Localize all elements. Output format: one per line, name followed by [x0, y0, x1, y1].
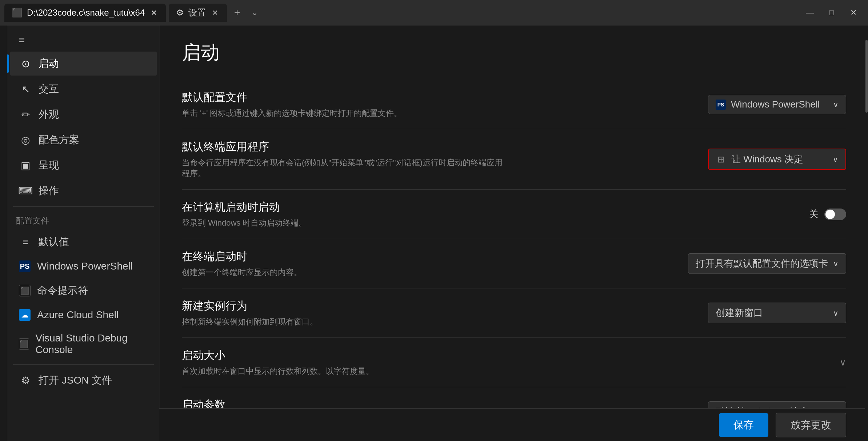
setting-default-terminal-right: ⊞ 让 Windows 决定 ∨	[708, 149, 846, 170]
setting-default-profile-title: 默认配置文件	[182, 90, 693, 105]
left-panel	[0, 25, 7, 441]
tab-file-label: D:\2023code.c\snake_tutu\x64	[27, 8, 145, 18]
setting-new-instance: 新建实例行为 控制新终端实例如何附加到现有窗口。 创建新窗口 ∨	[182, 288, 846, 338]
setting-on-startup: 在终端启动时 创建第一个终端时应显示的内容。 打开具有默认配置文件的选项卡 ∨	[182, 239, 846, 288]
minimize-button[interactable]: —	[800, 4, 820, 21]
sidebar: ≡ ⊙ 启动 ↖ 交互 ✏ 外观 ◎ 配色方案 ▣ 呈现 ⌨ 操作 配置文件	[7, 25, 160, 441]
setting-startup-size-right: ∨	[840, 357, 846, 368]
settings-content: 启动 默认配置文件 单击 '+' 图标或通过键入新的选项卡键绑定时打开的配置文件…	[160, 25, 868, 441]
startup-icon: ⊙	[19, 57, 32, 70]
discard-button[interactable]: 放弃更改	[776, 413, 846, 437]
sidebar-item-powershell-label: Windows PowerShell	[37, 260, 133, 272]
profiles-section-label: 配置文件	[7, 210, 160, 229]
setting-default-terminal-left: 默认终端应用程序 当命令行应用程序在没有现有会话(例如从"开始菜单"或"运行"对…	[182, 139, 693, 179]
actions-icon: ⌨	[19, 184, 32, 197]
setting-new-instance-left: 新建实例行为 控制新终端实例如何附加到现有窗口。	[182, 299, 693, 327]
tab-file[interactable]: ⬛ D:\2023code.c\snake_tutu\x64 ✕	[4, 4, 166, 22]
sidebar-item-defaults[interactable]: ≡ 默认值	[10, 230, 157, 254]
sidebar-item-cmd-label: 命令提示符	[37, 284, 88, 298]
sidebar-divider-2	[13, 364, 154, 365]
vsdebug-icon: ⬛	[19, 338, 29, 350]
setting-new-instance-right: 创建新窗口 ∨	[708, 303, 846, 323]
setting-startup-login-right: 关	[809, 208, 846, 220]
setting-startup-login: 在计算机启动时启动 登录到 Windows 时自动启动终端。 关	[182, 190, 846, 239]
startup-toggle[interactable]	[824, 209, 846, 220]
scrollbar[interactable]	[865, 25, 868, 441]
add-tab-button[interactable]: +	[230, 5, 244, 20]
setting-default-terminal-desc: 当命令行应用程序在没有现有会话(例如从"开始菜单"或"运行"对话框)运行时启动的…	[182, 157, 509, 179]
new-instance-dropdown[interactable]: 创建新窗口 ∨	[708, 303, 846, 323]
sidebar-item-json[interactable]: ⚙ 打开 JSON 文件	[10, 368, 157, 392]
scrollbar-thumb[interactable]	[865, 40, 868, 113]
setting-default-profile: 默认配置文件 单击 '+' 图标或通过键入新的选项卡键绑定时打开的配置文件。 P…	[182, 80, 846, 129]
sidebar-item-colorscheme[interactable]: ◎ 配色方案	[10, 128, 157, 152]
on-startup-chevron: ∨	[833, 259, 839, 268]
setting-on-startup-left: 在终端启动时 创建第一个终端时应显示的内容。	[182, 249, 673, 278]
sidebar-item-colorscheme-label: 配色方案	[39, 133, 79, 147]
sidebar-item-appearance[interactable]: ✏ 外观	[10, 102, 157, 126]
sidebar-item-vsdebug[interactable]: ⬛ Visual Studio Debug Console	[10, 327, 157, 361]
setting-on-startup-right: 打开具有默认配置文件的选项卡 ∨	[688, 253, 846, 274]
rendering-icon: ▣	[19, 159, 32, 172]
powershell-icon: PS	[19, 260, 31, 272]
new-instance-value: 创建新窗口	[716, 307, 763, 319]
sidebar-item-interaction[interactable]: ↖ 交互	[10, 77, 157, 101]
sidebar-item-startup-label: 启动	[39, 57, 59, 70]
maximize-button[interactable]: □	[821, 4, 842, 21]
setting-startup-size-desc: 首次加载时在窗口中显示的行数和列数。以字符度量。	[182, 366, 509, 377]
sidebar-item-startup[interactable]: ⊙ 启动	[10, 52, 157, 76]
footer-bar: 保存 放弃更改	[159, 408, 868, 441]
setting-startup-login-title: 在计算机启动时启动	[182, 200, 795, 215]
startup-size-expand[interactable]: ∨	[840, 357, 846, 368]
hamburger-button[interactable]: ≡	[11, 29, 33, 51]
sidebar-item-actions[interactable]: ⌨ 操作	[10, 179, 157, 203]
sidebar-item-cmd[interactable]: ⬛ 命令提示符	[10, 279, 157, 303]
powershell-dropdown-icon: PS	[716, 100, 726, 110]
sidebar-item-appearance-label: 外观	[39, 108, 59, 121]
setting-default-profile-right: PS Windows PowerShell ∨	[708, 95, 846, 114]
setting-new-instance-desc: 控制新终端实例如何附加到现有窗口。	[182, 316, 509, 327]
setting-default-profile-desc: 单击 '+' 图标或通过键入新的选项卡键绑定时打开的配置文件。	[182, 108, 509, 119]
sidebar-item-defaults-label: 默认值	[39, 235, 69, 249]
setting-startup-size-title: 启动大小	[182, 348, 825, 363]
sidebar-item-vsdebug-label: Visual Studio Debug Console	[36, 332, 148, 356]
close-button[interactable]: ✕	[843, 4, 864, 21]
setting-startup-size-left: 启动大小 首次加载时在窗口中显示的行数和列数。以字符度量。	[182, 348, 825, 377]
sidebar-item-actions-label: 操作	[39, 184, 59, 198]
toggle-label: 关	[809, 208, 819, 220]
setting-on-startup-title: 在终端启动时	[182, 249, 673, 264]
on-startup-dropdown[interactable]: 打开具有默认配置文件的选项卡 ∨	[688, 253, 846, 274]
default-profile-value: Windows PowerShell	[731, 99, 820, 110]
sidebar-item-json-label: 打开 JSON 文件	[39, 373, 112, 387]
tab-dropdown-button[interactable]: ⌄	[247, 5, 262, 20]
sidebar-item-azure[interactable]: ☁ Azure Cloud Shell	[10, 304, 157, 326]
default-profile-dropdown[interactable]: PS Windows PowerShell ∨	[708, 95, 846, 114]
tab-settings-icon: ⚙	[176, 8, 184, 18]
tab-file-icon: ⬛	[12, 8, 23, 18]
setting-default-terminal-title: 默认终端应用程序	[182, 139, 693, 154]
colorscheme-icon: ◎	[19, 133, 32, 146]
appearance-icon: ✏	[19, 108, 32, 121]
default-terminal-chevron: ∨	[833, 155, 838, 164]
defaults-icon: ≡	[19, 235, 32, 248]
sidebar-item-powershell[interactable]: PS Windows PowerShell	[10, 255, 157, 277]
new-instance-chevron: ∨	[833, 309, 839, 317]
json-icon: ⚙	[19, 374, 32, 387]
setting-on-startup-desc: 创建第一个终端时应显示的内容。	[182, 267, 509, 278]
tab-settings[interactable]: ⚙ 设置 ✕	[169, 4, 227, 22]
default-terminal-dropdown[interactable]: ⊞ 让 Windows 决定 ∨	[708, 149, 846, 170]
window-controls: — □ ✕	[800, 4, 864, 21]
setting-default-profile-left: 默认配置文件 单击 '+' 图标或通过键入新的选项卡键绑定时打开的配置文件。	[182, 90, 693, 119]
tab-settings-close[interactable]: ✕	[210, 8, 220, 17]
sidebar-item-rendering[interactable]: ▣ 呈现	[10, 153, 157, 177]
save-button[interactable]: 保存	[719, 413, 768, 437]
on-startup-value: 打开具有默认配置文件的选项卡	[696, 257, 828, 270]
setting-default-terminal: 默认终端应用程序 当命令行应用程序在没有现有会话(例如从"开始菜单"或"运行"对…	[182, 129, 846, 190]
tab-file-close[interactable]: ✕	[149, 8, 159, 17]
sidebar-item-azure-label: Azure Cloud Shell	[37, 309, 119, 321]
toggle-knob	[825, 210, 835, 219]
azure-icon: ☁	[19, 309, 31, 321]
setting-startup-login-desc: 登录到 Windows 时自动启动终端。	[182, 218, 509, 228]
default-profile-chevron: ∨	[833, 100, 839, 109]
cmd-icon: ⬛	[19, 285, 31, 296]
